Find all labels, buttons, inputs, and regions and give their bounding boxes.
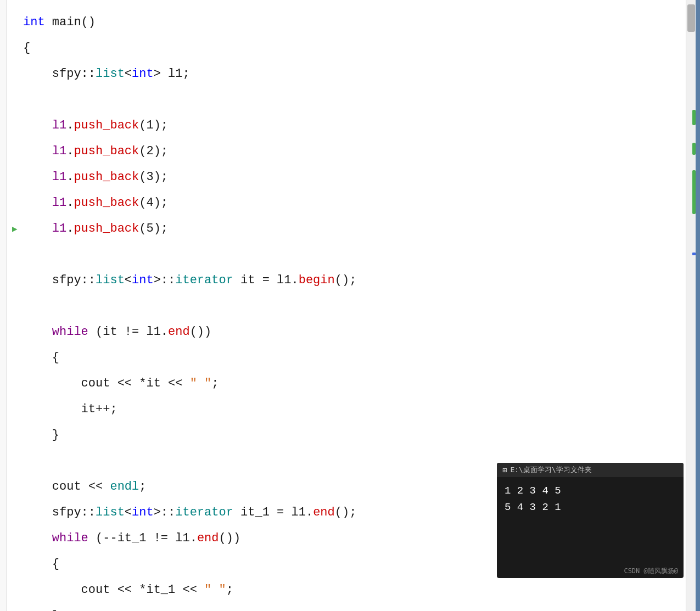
code-line-9: ▶ l1.push_back(5); — [12, 216, 675, 242]
line-bp-5 — [12, 114, 23, 139]
scroll-indicator-3 — [692, 170, 696, 214]
terminal-icon: ⊞ — [502, 466, 507, 474]
code-line-5: l1.push_back(1); — [12, 113, 675, 139]
line-bp-9: ▶ — [12, 217, 23, 242]
main-container: int main() { sfpy::list<int> l1; — [0, 0, 700, 611]
code-line-14: { — [12, 345, 675, 371]
line-bp-21 — [12, 526, 23, 552]
code-line-23: cout << *it_1 << " "; — [12, 578, 675, 603]
scrollbar-thumb[interactable] — [687, 4, 695, 32]
code-line-3: sfpy::list<int> l1; — [12, 61, 675, 87]
code-line-17: } — [12, 423, 675, 449]
terminal-title-text: E:\桌面学习\学习文件夹 — [510, 465, 591, 475]
code-line-10 — [12, 242, 675, 268]
line-bp-7 — [12, 165, 23, 190]
line-bp-10 — [12, 243, 23, 268]
terminal-body: 1 2 3 4 5 5 4 3 2 1 — [497, 477, 684, 564]
line-bp-4 — [12, 88, 23, 113]
line-bp-1 — [12, 10, 23, 36]
line-bp-6 — [12, 139, 23, 165]
line-bp-19 — [12, 475, 23, 500]
line-bp-2 — [12, 36, 23, 61]
terminal-window: ⊞ E:\桌面学习\学习文件夹 1 2 3 4 5 5 4 3 2 1 CSDN… — [497, 463, 684, 578]
line-bp-18 — [12, 449, 23, 474]
code-line-8: l1.push_back(4); — [12, 190, 675, 216]
code-line-16: it++; — [12, 397, 675, 423]
scroll-indicator-1 — [692, 110, 696, 125]
code-line-1: int main() — [12, 10, 675, 36]
line-bp-3 — [12, 62, 23, 87]
code-line-15: cout << *it << " "; — [12, 371, 675, 397]
code-line-6: l1.push_back(2); — [12, 139, 675, 165]
line-bp-13 — [12, 320, 23, 345]
line-bp-11 — [12, 268, 23, 294]
code-line-13: while (it != l1.end()) — [12, 319, 675, 345]
code-line-2: { — [12, 36, 675, 61]
terminal-title-bar: ⊞ E:\桌面学习\学习文件夹 — [497, 463, 684, 477]
terminal-output-line2: 5 4 3 2 1 — [505, 499, 676, 515]
line-bp-8 — [12, 191, 23, 216]
side-blue-bar — [696, 0, 700, 611]
line-bp-15 — [12, 372, 23, 397]
code-line-11: sfpy::list<int>::iterator it = l1.begin(… — [12, 268, 675, 294]
scroll-indicator-2 — [692, 143, 696, 155]
line-bp-20 — [12, 501, 23, 526]
line-bp-17 — [12, 423, 23, 449]
line-bp-23 — [12, 578, 23, 603]
line-bp-24 — [12, 604, 23, 611]
line-bp-16 — [12, 397, 23, 423]
scroll-indicator-blue — [692, 253, 696, 255]
code-line-24: } — [12, 603, 675, 611]
left-gutter — [0, 0, 7, 611]
line-bp-22 — [12, 552, 23, 578]
scrollbar[interactable] — [686, 0, 696, 611]
terminal-watermark: CSDN @随风飘扬@ — [497, 564, 684, 578]
line-bp-14 — [12, 346, 23, 371]
code-line-7: l1.push_back(3); — [12, 165, 675, 190]
code-line-12 — [12, 294, 675, 319]
code-line-4 — [12, 87, 675, 113]
line-bp-12 — [12, 294, 23, 319]
terminal-output-line1: 1 2 3 4 5 — [505, 483, 676, 499]
